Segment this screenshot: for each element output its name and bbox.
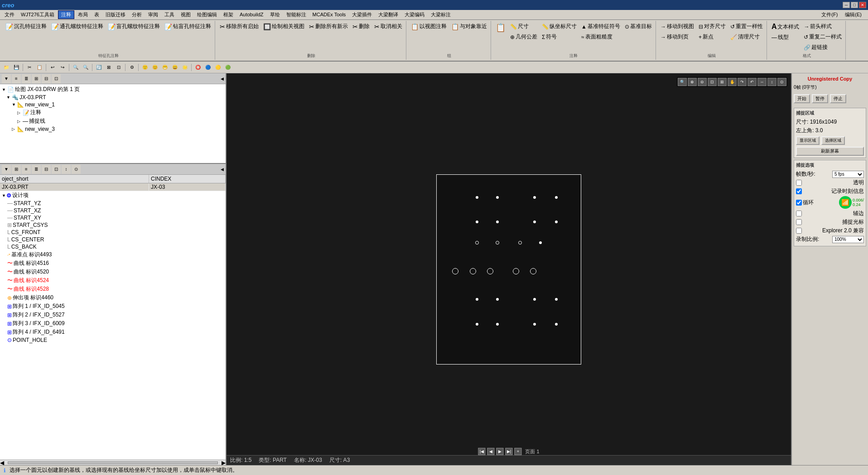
btn-next-page[interactable]: ▶ — [496, 448, 503, 455]
list-array-1[interactable]: ⊞ 阵列 1 / IFX_ID_5045 — [0, 302, 226, 311]
btn-delete[interactable]: ✂ 删除 — [351, 22, 371, 31]
btn-t3[interactable]: 😁 — [160, 63, 169, 72]
btn-move-to-page[interactable]: →移动到页 — [659, 32, 696, 42]
btn-countersunk[interactable]: 📝 沉孔特征注释 — [4, 22, 48, 31]
list-start-csys[interactable]: ⊞ START_CSYS — [0, 221, 226, 229]
tree-toggle-prt[interactable]: ▼ — [6, 95, 11, 100]
btn-drill-blind[interactable]: 📝 钻盲孔特征注释 — [163, 22, 213, 31]
btn-refresh[interactable]: 刷新屏幕 — [796, 147, 864, 156]
fps-select[interactable]: 5 fps — [832, 171, 864, 178]
close-button[interactable]: ✕ — [859, 2, 866, 8]
menu-sketch[interactable]: 草绘 — [267, 11, 283, 19]
explorer-checkbox[interactable] — [796, 228, 802, 234]
btn-list-6[interactable]: ↕ — [62, 165, 71, 174]
btn-zoom-in[interactable]: 🔍 — [71, 63, 80, 72]
menu-view[interactable]: 视图 — [178, 11, 193, 19]
btn-line-type[interactable]: —线型 — [770, 33, 801, 42]
btn-zoom-out[interactable]: 🔍 — [81, 63, 90, 72]
menu-file[interactable]: 文件 — [2, 11, 17, 19]
btn-text-style[interactable]: A 文本样式 — [770, 22, 801, 32]
scrollbar-bottom[interactable]: ◀ ▶ — [0, 460, 226, 465]
btn-repeat-style[interactable]: ↺重复二一样式 — [802, 32, 844, 42]
panel-collapse-btn[interactable]: ◀ — [221, 77, 224, 81]
menu-file-f[interactable]: 文件(F) — [819, 11, 840, 19]
list-start-xy[interactable]: — START_XY — [0, 214, 226, 221]
list-start-yz[interactable]: — START_YZ — [0, 200, 226, 207]
list-cs-center[interactable]: L CS_CENTER — [0, 236, 226, 243]
btn-t5[interactable]: 🌟 — [180, 63, 189, 72]
list-extrude[interactable]: ⊕ 伸出项 标识4460 — [0, 293, 226, 302]
list-array-4[interactable]: ⊞ 阵列 4 / IFX_ID_6491 — [0, 328, 226, 336]
menu-migrate[interactable]: 旧版迁移 — [103, 11, 128, 19]
list-curve-4524[interactable]: 〜 曲线 标识4524 — [0, 276, 226, 285]
tree-toggle-snap[interactable]: ▷ — [17, 119, 22, 124]
btn-t1[interactable]: 🙂 — [140, 63, 149, 72]
menu-layout[interactable]: 布局 — [75, 11, 91, 19]
menu-framework[interactable]: 框架 — [221, 11, 236, 19]
list-datum-point[interactable]: -* 基准点 标识4493 — [0, 250, 226, 259]
btn-redo[interactable]: ↪ — [58, 63, 67, 72]
btn-tree-filter[interactable]: ⊡ — [52, 74, 61, 83]
tree-prt[interactable]: ▼ 🔩 JX-03.PRT — [1, 94, 225, 101]
record-time-checkbox[interactable] — [796, 188, 802, 194]
btn-regenerate[interactable]: 🔄 — [94, 63, 103, 72]
list-start-xz[interactable]: — START_XZ — [0, 207, 226, 214]
list-cs-front[interactable]: L CS_FRONT — [0, 229, 226, 236]
btn-surface-rough[interactable]: ≈表面粗糙度 — [579, 32, 622, 42]
menu-wjt[interactable]: WJT276工具箱 — [18, 11, 57, 19]
border-checkbox[interactable] — [796, 211, 802, 216]
table-row-prt[interactable]: JX-03.PRT JX-03 — [0, 183, 226, 191]
btn-open[interactable]: 📁 — [2, 63, 11, 72]
btn-list-4[interactable]: ⊟ — [42, 165, 51, 174]
panel-list-collapse-btn[interactable]: ◀ — [221, 167, 224, 172]
btn-datum-target[interactable]: ⊙基准目标 — [623, 22, 654, 31]
btn-settings[interactable]: ⚙ — [127, 63, 136, 72]
btn-cancel-related[interactable]: ✂ 取消相关 — [372, 22, 404, 31]
loop-checkbox[interactable] — [796, 200, 802, 206]
list-array-3[interactable]: ⊞ 阵列 3 / IFX_ID_6009 — [0, 319, 226, 328]
btn-tree-cols[interactable]: ⊞ — [32, 74, 41, 83]
btn-list-1[interactable]: ⊞ — [12, 165, 21, 174]
btn-list-expand[interactable]: ▼ — [2, 165, 11, 174]
btn-reset-same[interactable]: ↺重置一样性 — [728, 22, 765, 31]
btn-list-3[interactable]: ≣ — [32, 165, 41, 174]
cursor-checkbox[interactable] — [796, 219, 802, 225]
btn-t6[interactable]: ⭕ — [193, 63, 203, 72]
btn-stop[interactable]: 停止 — [830, 94, 846, 103]
btn-first-page[interactable]: |◀ — [478, 448, 485, 455]
list-curve-4520[interactable]: 〜 曲线 标识4520 — [0, 268, 226, 276]
btn-start[interactable]: 开始 — [794, 94, 810, 103]
btn-show-area[interactable]: 显示区域 — [796, 136, 820, 145]
btn-near-object[interactable]: 📋 与对象靠近 — [449, 22, 489, 31]
tree-toggle-view3[interactable]: ▷ — [12, 127, 16, 131]
btn-t2[interactable]: 😊 — [150, 63, 159, 72]
btn-through-thread[interactable]: 📝 通孔螺纹特征注释 — [49, 22, 105, 31]
btn-clean-dim[interactable]: 🧹清理尺寸 — [728, 32, 765, 42]
btn-suppress[interactable]: ⊠ — [104, 63, 113, 72]
btn-tree-settings[interactable]: ⊟ — [42, 74, 51, 83]
list-array-2[interactable]: ⊞ 阵列 2 / IFX_ID_5527 — [0, 311, 226, 319]
menu-beam-translate[interactable]: 大梁翻译 — [376, 11, 401, 19]
minimize-button[interactable]: ─ — [843, 2, 850, 8]
btn-align-dim[interactable]: ⊟对齐尺寸 — [697, 22, 728, 31]
menu-autobuild[interactable]: AutobuildZ — [237, 11, 266, 18]
tree-drawing[interactable]: ▼ 📄 绘图 JX-03.DRW 的第 1 页 — [1, 85, 225, 94]
btn-arrow-style[interactable]: →箭头样式 — [802, 22, 844, 31]
btn-pause[interactable]: 暂停 — [812, 94, 828, 103]
btn-t9[interactable]: 🟢 — [223, 63, 232, 72]
btn-tree-list[interactable]: ≡ — [12, 74, 21, 83]
btn-tree-list2[interactable]: ≣ — [22, 74, 31, 83]
transparent-checkbox[interactable] — [796, 180, 802, 186]
btn-delete-all-new[interactable]: ✂ 删除所有新示 — [307, 22, 350, 31]
menu-tools[interactable]: 工具 — [162, 11, 177, 19]
btn-last-page[interactable]: ▶| — [505, 448, 512, 455]
btn-undo[interactable]: ↩ — [48, 63, 57, 72]
list-point-hole[interactable]: ⊙ POINT_HOLE — [0, 336, 226, 344]
menu-annotation[interactable]: 注释 — [58, 10, 74, 19]
btn-select-area[interactable]: 选择区域 — [821, 136, 845, 145]
btn-prev-page[interactable]: ◀ — [487, 448, 494, 455]
tree-toggle[interactable]: ▼ — [2, 87, 6, 92]
btn-blind-thread[interactable]: 📝 盲孔螺纹特征注释 — [106, 22, 162, 31]
btn-symbol[interactable]: Σ符号 — [540, 32, 579, 42]
btn-list-2[interactable]: ≡ — [22, 165, 31, 174]
